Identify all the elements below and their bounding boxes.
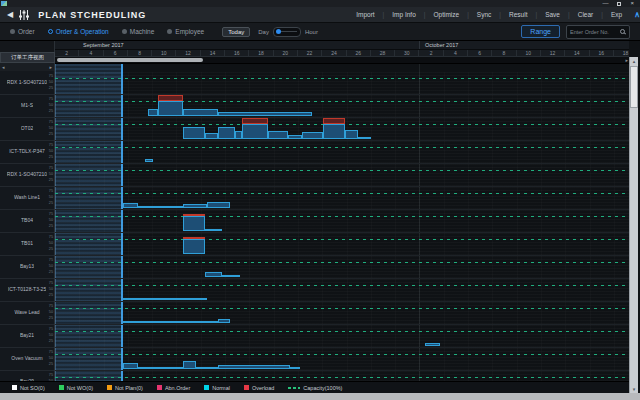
load-bar[interactable] [242, 124, 268, 139]
toolbar-button-import[interactable]: Import [356, 11, 374, 18]
row-label-wave-lead[interactable]: Wave Lead755025 [0, 302, 54, 325]
toolbar-button-imp-info[interactable]: Imp Info [392, 11, 415, 18]
minimize-icon[interactable]: — [602, 0, 608, 7]
vertical-scrollbar[interactable]: ▴ ▾ [629, 57, 638, 393]
load-bar[interactable] [183, 204, 207, 208]
load-bar[interactable] [205, 133, 218, 139]
row-label-bay21[interactable]: Bay21755025 [0, 325, 54, 348]
axis-tick: 6 [104, 50, 128, 57]
machine-name: ICT-TDLX-P347 [9, 149, 45, 155]
row-label-bay13[interactable]: Bay13755025 [0, 256, 54, 279]
row-label-m1-s[interactable]: M1-S755025 [0, 95, 54, 118]
row-axis-ticks: 755025 [48, 281, 53, 298]
row-label-ot02[interactable]: OT02755025 [0, 118, 54, 141]
row-label-ict-tdlx-p347[interactable]: ICT-TDLX-P347755025 [0, 141, 54, 164]
load-bar[interactable] [196, 367, 218, 369]
load-bar[interactable] [183, 361, 196, 369]
row-label-tb01[interactable]: TB01755025 [0, 233, 54, 256]
bottom-scrollbar[interactable] [0, 393, 640, 400]
month-header-row: September 2017 October 2017 [55, 41, 629, 50]
label-column-scrollbar[interactable]: ◂ ▸ [0, 63, 55, 71]
load-bar[interactable] [183, 109, 218, 117]
load-bar[interactable] [358, 137, 371, 139]
back-icon[interactable]: ◀ [7, 10, 13, 19]
load-bar[interactable] [158, 101, 183, 116]
collapse-toolbar-icon[interactable]: ∧ [634, 10, 640, 19]
overload-bar[interactable] [323, 118, 345, 124]
scroll-down-icon[interactable]: ▾ [630, 385, 638, 393]
row-label-wash-line1[interactable]: Wash Line1755025 [0, 187, 54, 210]
search-icon[interactable] [620, 29, 626, 35]
order-search-input[interactable] [570, 29, 618, 35]
load-bar[interactable] [123, 321, 218, 323]
load-bar[interactable] [123, 298, 207, 300]
today-button[interactable]: Today [222, 27, 250, 37]
day-hour-toggle[interactable] [273, 27, 301, 37]
timeline-scrollbar[interactable]: ▸ [55, 57, 629, 64]
load-bar[interactable] [183, 239, 205, 254]
load-bar[interactable] [123, 203, 138, 208]
capacity-line [55, 285, 629, 286]
toolbar-button-sync[interactable]: Sync [477, 11, 491, 18]
overload-bar[interactable] [242, 118, 268, 124]
view-radio-order[interactable]: Order [10, 28, 35, 35]
maximize-icon[interactable] [617, 2, 621, 6]
load-bar[interactable] [145, 159, 153, 162]
toolbar-button-optimize[interactable]: Optimize [434, 11, 460, 18]
load-bar[interactable] [288, 135, 302, 139]
radio-icon [122, 29, 127, 34]
toolbar-button-clear[interactable]: Clear [578, 11, 594, 18]
overload-bar[interactable] [158, 95, 183, 101]
row-label-ict-t0128-t3-25[interactable]: ICT-T0128-T3-25755025 [0, 279, 54, 302]
capacity-dash-icon [288, 387, 300, 389]
load-bar[interactable] [302, 132, 323, 139]
load-bar[interactable] [425, 343, 440, 346]
overload-bar[interactable] [183, 214, 205, 216]
load-bar[interactable] [222, 275, 240, 277]
order-search-box[interactable] [566, 25, 630, 39]
row-label-rdx-1-so407210[interactable]: RDX 1-SO407210755025 [0, 164, 54, 187]
scroll-up-icon[interactable]: ▴ [630, 57, 638, 65]
machine-name: M1-S [21, 103, 33, 109]
toggle-knob[interactable] [276, 29, 281, 34]
load-bar[interactable] [123, 363, 138, 369]
load-bar[interactable] [268, 131, 288, 139]
load-bar[interactable] [218, 127, 235, 139]
row-label-oven-vacuum[interactable]: Oven Vacuum755025 [0, 348, 54, 371]
row-label-bay29[interactable]: Bay29755025 [0, 371, 54, 381]
close-icon[interactable]: × [630, 0, 634, 7]
view-radio-employee[interactable]: Employee [167, 28, 204, 35]
scroll-right-icon[interactable]: ▸ [49, 64, 52, 70]
capacity-line [55, 354, 629, 355]
load-bar[interactable] [183, 127, 205, 139]
view-radio-order-operation[interactable]: Order & Operation [48, 28, 109, 35]
load-bar[interactable] [148, 109, 158, 116]
scroll-right-icon[interactable]: ▸ [625, 57, 628, 63]
load-bar[interactable] [218, 319, 230, 323]
legend-swatch [107, 385, 112, 390]
load-bar[interactable] [138, 206, 183, 208]
load-bar[interactable] [138, 367, 183, 369]
load-bar[interactable] [290, 367, 300, 369]
load-bar[interactable] [205, 229, 222, 231]
load-bar[interactable] [205, 272, 222, 277]
toolbar-button-save[interactable]: Save [545, 11, 560, 18]
toolbar-button-exp[interactable]: Exp [611, 11, 622, 18]
load-bar[interactable] [235, 131, 242, 139]
load-bar[interactable] [207, 202, 230, 208]
vertical-scrollbar-thumb[interactable] [630, 66, 638, 108]
overload-bar[interactable] [183, 237, 205, 239]
load-bar[interactable] [218, 112, 312, 116]
range-button[interactable]: Range [521, 25, 560, 38]
load-bar[interactable] [218, 365, 290, 369]
load-bar[interactable] [323, 124, 345, 139]
timeline-scrollbar-thumb[interactable] [57, 58, 203, 62]
toolbar-button-result[interactable]: Result [509, 11, 527, 18]
view-radio-machine[interactable]: Machine [122, 28, 155, 35]
row-axis-ticks: 755025 [48, 235, 53, 252]
load-bar[interactable] [345, 130, 358, 139]
row-label-tb04[interactable]: TB04755025 [0, 210, 54, 233]
row-label-rdx-1-so407210[interactable]: RDX 1-SO407210755025 [0, 72, 54, 95]
load-bar[interactable] [183, 216, 205, 231]
scroll-left-icon[interactable]: ◂ [2, 64, 5, 70]
